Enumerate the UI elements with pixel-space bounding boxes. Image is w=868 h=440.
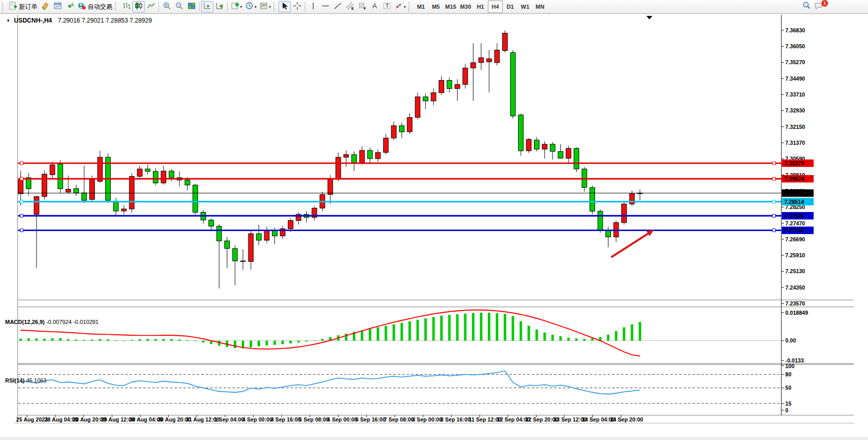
svg-text:7.32150: 7.32150 bbox=[785, 124, 805, 130]
zoom-in-button[interactable] bbox=[161, 1, 173, 12]
svg-text:7.25130: 7.25130 bbox=[785, 268, 805, 274]
svg-text:15: 15 bbox=[785, 400, 792, 407]
svg-text:0.018849: 0.018849 bbox=[785, 310, 808, 316]
timeframe-mn[interactable]: MN bbox=[532, 1, 547, 13]
toolbar-grip bbox=[273, 2, 277, 11]
chart-menu-arrow-icon[interactable]: ▼ bbox=[6, 18, 10, 23]
rsi-indicator-label: RSI(14) 45.1063 bbox=[5, 377, 47, 384]
tile-windows-icon bbox=[187, 2, 196, 12]
zoom-out-button[interactable] bbox=[173, 1, 185, 12]
text-tool-button[interactable]: A bbox=[368, 1, 381, 12]
signals-button[interactable] bbox=[64, 1, 76, 12]
text-label-tool-button[interactable]: T bbox=[381, 1, 393, 12]
trendline-tool-button[interactable] bbox=[331, 1, 344, 12]
text-label-icon: T bbox=[383, 2, 391, 12]
gold-tool-button[interactable] bbox=[39, 1, 51, 12]
periods-clock-icon bbox=[245, 2, 254, 12]
svg-text:7.27122: 7.27122 bbox=[784, 227, 804, 233]
indicators-icon bbox=[231, 2, 240, 12]
svg-text:7.31370: 7.31370 bbox=[785, 140, 805, 146]
gold-tool-icon bbox=[41, 2, 50, 12]
svg-text:0.00: 0.00 bbox=[785, 337, 796, 343]
timeframe-d1[interactable]: D1 bbox=[503, 1, 518, 13]
templates-button[interactable]: ▾ bbox=[258, 1, 272, 12]
svg-text:7.35270: 7.35270 bbox=[785, 59, 805, 65]
vertical-line-icon bbox=[309, 2, 318, 12]
timeframe-h4[interactable]: H4 bbox=[488, 1, 503, 13]
line-handle bbox=[20, 229, 23, 232]
timeframe-m5[interactable]: M5 bbox=[428, 1, 443, 13]
svg-text:7.23570: 7.23570 bbox=[785, 300, 805, 307]
auto-trading-button[interactable]: 自动交易 bbox=[76, 1, 114, 12]
timeframe-h1[interactable]: H1 bbox=[473, 1, 488, 13]
auto-scroll-button[interactable] bbox=[201, 1, 213, 12]
search-button[interactable] bbox=[800, 1, 813, 12]
macd-panel bbox=[18, 310, 784, 360]
search-icon bbox=[802, 1, 811, 12]
dropdown-caret-icon: ▾ bbox=[269, 5, 271, 9]
chart-ohlc-readout: 7.29016 7.29021 7.28853 7.28929 bbox=[58, 17, 152, 24]
notifications-button[interactable]: 1 bbox=[813, 1, 825, 12]
line-handle bbox=[773, 229, 776, 232]
chart-shift-marker bbox=[646, 16, 653, 20]
svg-text:7.36830: 7.36830 bbox=[785, 27, 805, 33]
zoom-out-icon bbox=[175, 2, 184, 12]
svg-text:4 Sep 00:00: 4 Sep 00:00 bbox=[243, 416, 273, 423]
dropdown-caret-icon: ▾ bbox=[254, 5, 257, 9]
tile-windows-button[interactable] bbox=[185, 1, 198, 12]
toolbar-separator bbox=[305, 2, 305, 12]
svg-text:T: T bbox=[385, 3, 389, 9]
svg-text:25 Aug 2023: 25 Aug 2023 bbox=[16, 416, 48, 423]
dropdown-caret-icon: ▾ bbox=[404, 5, 406, 9]
horizontal-line-tool-button[interactable] bbox=[319, 1, 331, 12]
chart-shift-button[interactable] bbox=[213, 1, 226, 12]
timeframe-w1[interactable]: W1 bbox=[518, 1, 532, 13]
line-handle bbox=[773, 200, 776, 203]
window-bottom-edge bbox=[0, 437, 868, 440]
toolbar-separator bbox=[159, 2, 159, 12]
cursor-tool-button[interactable] bbox=[279, 1, 291, 12]
macd-signal-line bbox=[21, 310, 640, 356]
timeframe-m15[interactable]: M15 bbox=[443, 1, 458, 13]
periods-button[interactable]: ▾ bbox=[244, 1, 258, 12]
svg-text:F: F bbox=[364, 7, 366, 10]
auto-trading-label: 自动交易 bbox=[88, 3, 112, 11]
candles-layer bbox=[18, 30, 642, 289]
crosshair-icon bbox=[293, 2, 302, 12]
horizontal-line-icon bbox=[321, 2, 330, 12]
bar-chart-icon bbox=[122, 2, 131, 12]
vertical-line-tool-button[interactable] bbox=[307, 1, 319, 12]
notification-badge[interactable]: 1 bbox=[821, 0, 828, 7]
svg-text:7.29624: 7.29624 bbox=[784, 176, 804, 182]
svg-text:7.24350: 7.24350 bbox=[785, 284, 805, 291]
chart-window-button[interactable] bbox=[51, 1, 64, 12]
dropdown-caret-icon: ▾ bbox=[240, 5, 242, 9]
candlestick-chart-icon bbox=[134, 2, 143, 12]
line-handle bbox=[773, 162, 776, 165]
macd-values: -0.007924 -0.010281 bbox=[46, 319, 98, 325]
chart-canvas[interactable]: 7.368307.360507.352707.344907.337107.329… bbox=[0, 14, 868, 440]
new-order-icon bbox=[9, 2, 17, 12]
arrows-tool-button[interactable]: ▾ bbox=[393, 1, 407, 12]
new-order-label: 新订单 bbox=[19, 3, 37, 11]
toolbar-separator bbox=[227, 2, 228, 12]
svg-text:7.30379: 7.30379 bbox=[784, 160, 804, 166]
macd-name: MACD(12,26,9) bbox=[5, 319, 45, 325]
timeframe-m30[interactable]: M30 bbox=[458, 1, 473, 13]
svg-text:A: A bbox=[372, 2, 377, 10]
chart-window-icon bbox=[53, 2, 62, 12]
fibonacci-tool-button[interactable]: F bbox=[356, 1, 368, 12]
svg-text:7.32930: 7.32930 bbox=[785, 107, 805, 113]
crosshair-tool-button[interactable] bbox=[291, 1, 303, 12]
new-order-button[interactable]: 新订单 bbox=[7, 1, 39, 12]
rsi-panel bbox=[18, 366, 784, 410]
bar-chart-type-button[interactable] bbox=[120, 1, 132, 12]
candle-chart-type-button[interactable] bbox=[132, 1, 145, 12]
channel-tool-button[interactable]: E bbox=[344, 1, 356, 12]
indicators-button[interactable]: ▾ bbox=[229, 1, 244, 12]
svg-text:0: 0 bbox=[785, 407, 788, 413]
trendline-icon bbox=[333, 2, 342, 12]
timeframe-m1[interactable]: M1 bbox=[413, 1, 428, 13]
line-chart-type-button[interactable] bbox=[145, 1, 157, 12]
line-handle bbox=[20, 214, 23, 217]
